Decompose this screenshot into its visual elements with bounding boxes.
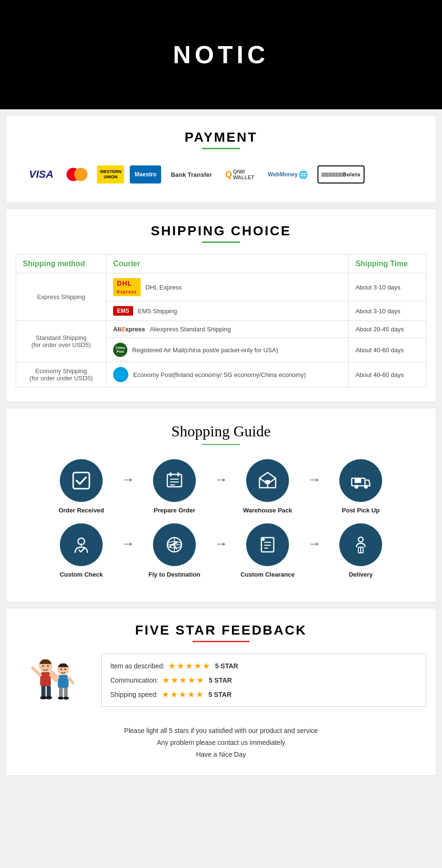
western-union-logo: WESTERNUNION [97, 165, 124, 183]
item-described-label: Item as described: [110, 662, 164, 670]
guide-item-warehouse-pack: Warehouse Pack [230, 459, 306, 514]
shipping-speed-rating: 5 STAR [208, 691, 231, 698]
guide-item-fly-destination: Fly to Destination [136, 523, 212, 578]
people-svg [23, 654, 85, 715]
svg-point-25 [358, 537, 363, 542]
feedback-line-3: Have a Nice Day [16, 749, 426, 761]
feedback-underline [192, 641, 250, 642]
guide-row-2: Custom Check → Fly to Destination → [16, 523, 426, 578]
arrow-icon: → [214, 472, 228, 487]
arrow-icon: → [307, 536, 321, 551]
guide-item-custom-clearance: Custom Clearance [230, 523, 306, 578]
svg-rect-0 [73, 473, 89, 489]
table-row: Economy Shipping(for order under USD5) 🌐… [16, 362, 426, 387]
svg-point-24 [262, 538, 265, 541]
arrow-icon: → [121, 536, 135, 551]
un-icon: 🌐 [113, 367, 128, 382]
dhl-badge: DHLExpress [113, 278, 141, 296]
shipping-underline [202, 241, 240, 243]
ems-badge: EMS [113, 306, 133, 316]
chinapost-icon: ChinaPost [113, 343, 127, 357]
guide-item-delivery: Delivery [323, 523, 399, 578]
qiwi-logo: Q QIWIWALLET [221, 165, 258, 183]
header-title: NOTIC [173, 40, 269, 69]
dhl-cell: DHLExpress DHL Express [106, 273, 349, 301]
feedback-illustration [16, 654, 92, 715]
svg-rect-13 [355, 478, 361, 483]
chinapost-time: About 40-60 days [348, 338, 426, 362]
guide-row-1: Order Received → Prepare Order → [16, 459, 426, 514]
svg-rect-30 [41, 686, 46, 697]
delivery-icon [339, 523, 382, 566]
feedback-row-shipping: Shipping speed: ★★★★★ 5 STAR [110, 689, 417, 700]
ali-cell: AliExpress Aliexpress Standard Shipping [106, 321, 349, 338]
svg-point-12 [364, 485, 368, 489]
arrow-icon: → [307, 472, 321, 487]
svg-rect-39 [58, 675, 69, 688]
svg-rect-31 [47, 686, 51, 697]
custom-clearance-label: Custom Clearance [240, 571, 295, 578]
svg-point-11 [355, 485, 358, 489]
feedback-box: Item as described: ★★★★★ 5 STAR Communic… [101, 654, 426, 707]
order-received-icon [60, 459, 103, 502]
feedback-footer: Please light all 5 stars if you satisfie… [16, 725, 426, 761]
guide-item-custom-check: Custom Check [43, 523, 119, 578]
economy-cell: 🌐 Economy Post(finland economy/ SG econo… [106, 362, 349, 387]
payment-logos: VISA WESTERNUNION Maestro Bank Transfer … [16, 161, 426, 188]
visa-logo: VISA [25, 165, 57, 183]
guide-title: Shopping Guide [16, 423, 426, 440]
payment-title: PAYMENT [16, 130, 426, 145]
svg-rect-9 [265, 480, 270, 484]
header-section: NOTIC [0, 0, 442, 109]
svg-rect-29 [40, 672, 51, 686]
svg-rect-3 [177, 473, 179, 476]
feedback-row-communication: Communication: ★★★★★ 5 STAR [110, 675, 417, 685]
table-row: Standard Shipping(for order over USD5) A… [16, 321, 426, 338]
guide-underline [202, 444, 240, 445]
svg-point-46 [60, 668, 62, 670]
guide-item-order-received: Order Received [43, 459, 119, 514]
svg-point-37 [47, 665, 48, 666]
shipping-speed-stars: ★★★★★ [162, 689, 204, 700]
custom-check-icon [60, 523, 103, 566]
item-described-rating: 5 STAR [215, 662, 238, 670]
arrow-icon: → [121, 472, 135, 487]
svg-line-45 [68, 677, 73, 683]
svg-line-34 [33, 668, 40, 675]
ali-time: About 20-45 days [348, 321, 426, 338]
col-method: Shipping method [16, 255, 106, 273]
webmoney-logo: WebMoney 🌐 [264, 165, 312, 183]
payment-underline [202, 148, 240, 149]
economy-time: About 40-60 days [348, 362, 426, 387]
order-received-label: Order Received [58, 507, 104, 514]
svg-point-36 [42, 665, 44, 666]
mastercard-logo [63, 165, 91, 183]
economy-shipping-cell: Economy Shipping(for order under USD5) [16, 362, 106, 387]
fly-destination-label: Fly to Destination [148, 571, 200, 578]
post-pickup-label: Post Pick Up [342, 507, 379, 514]
guide-item-post-pickup: Post Pick Up [323, 459, 399, 514]
boleto-logo: ||||||||||||||| Boleto [317, 165, 364, 183]
standard-shipping-cell: Standard Shipping(for order over USD5) [16, 321, 106, 362]
ems-cell: EMS EMS Shipping [106, 301, 349, 321]
express-shipping-cell: Express Shipping [16, 273, 106, 321]
shipping-title: SHIPPING CHOICE [16, 223, 426, 239]
svg-point-42 [58, 697, 64, 700]
warehouse-pack-label: Warehouse Pack [243, 507, 292, 514]
col-time: Shipping Time [348, 255, 426, 273]
custom-clearance-icon [246, 523, 289, 566]
svg-rect-2 [170, 473, 172, 476]
prepare-order-label: Prepare Order [154, 507, 195, 514]
col-courier: Courier [106, 255, 349, 273]
payment-card: PAYMENT VISA WESTERNUNION Maestro Bank T… [6, 115, 436, 203]
shipping-card: SHIPPING CHOICE Shipping method Courier … [6, 209, 436, 402]
feedback-card: FIVE STAR FEEDBACK [6, 608, 436, 776]
svg-point-47 [65, 668, 66, 670]
shipping-table: Shipping method Courier Shipping Time Ex… [16, 254, 426, 387]
svg-rect-40 [59, 687, 63, 698]
delivery-label: Delivery [349, 571, 373, 578]
fly-destination-icon [153, 523, 196, 566]
item-described-stars: ★★★★★ [168, 661, 211, 671]
shipping-speed-label: Shipping speed: [110, 691, 158, 698]
warehouse-pack-icon [246, 459, 289, 502]
